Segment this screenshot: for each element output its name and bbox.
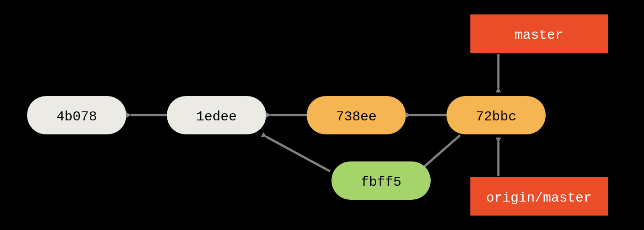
arrow-72bbc-to-fbff5 xyxy=(424,135,460,167)
commit-1edee: 1edee xyxy=(167,96,266,134)
branch-label: origin/master xyxy=(486,190,592,206)
branch-origin-master: origin/master xyxy=(470,177,608,216)
branch-label: master xyxy=(515,28,563,43)
commit-label: 738ee xyxy=(336,109,377,124)
commit-72bbc: 72bbc xyxy=(446,96,546,134)
commit-label: 4b078 xyxy=(56,109,97,124)
commit-label: 72bbc xyxy=(476,109,516,124)
arrow-fbff5-to-1edee xyxy=(266,137,330,171)
git-commit-graph: 4b078 1edee 738ee 72bbc fbff5 master ori… xyxy=(0,0,644,230)
commit-label: fbff5 xyxy=(361,175,401,190)
commit-fbff5: fbff5 xyxy=(331,161,431,200)
commit-4b078: 4b078 xyxy=(27,96,126,134)
branch-master: master xyxy=(470,14,608,53)
commit-label: 1edee xyxy=(196,109,237,124)
commit-738ee: 738ee xyxy=(307,96,406,134)
